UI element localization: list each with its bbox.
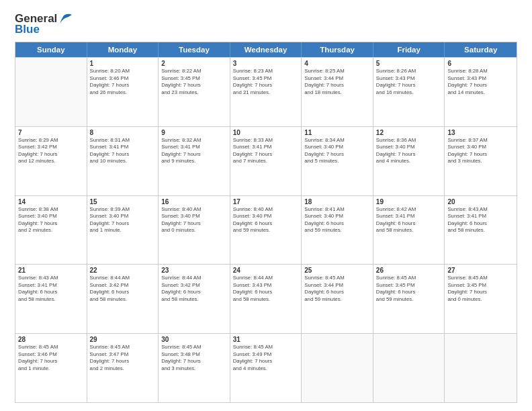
- day-number: 24: [233, 267, 299, 274]
- calendar-cell-14: 14Sunrise: 8:38 AM Sunset: 3:40 PM Dayli…: [15, 196, 87, 265]
- day-number: 23: [161, 267, 227, 274]
- calendar-row-3: 21Sunrise: 8:43 AM Sunset: 3:41 PM Dayli…: [15, 264, 517, 333]
- weekday-header-saturday: Saturday: [445, 42, 517, 57]
- cell-info: Sunrise: 8:31 AM Sunset: 3:41 PM Dayligh…: [90, 137, 156, 165]
- cell-info: Sunrise: 8:26 AM Sunset: 3:43 PM Dayligh…: [376, 68, 442, 96]
- cell-info: Sunrise: 8:45 AM Sunset: 3:47 PM Dayligh…: [90, 344, 156, 372]
- day-number: 16: [161, 198, 227, 205]
- page: General Blue SundayMondayTuesdayWednesda…: [0, 0, 532, 411]
- day-number: 5: [376, 60, 442, 67]
- day-number: 7: [18, 129, 84, 136]
- day-number: 20: [447, 198, 514, 205]
- logo-bird-icon: [58, 13, 73, 25]
- cell-info: Sunrise: 8:43 AM Sunset: 3:41 PM Dayligh…: [447, 206, 514, 234]
- calendar-row-2: 14Sunrise: 8:38 AM Sunset: 3:40 PM Dayli…: [15, 195, 517, 265]
- calendar-cell-30: 30Sunrise: 8:45 AM Sunset: 3:48 PM Dayli…: [159, 334, 230, 402]
- cell-info: Sunrise: 8:20 AM Sunset: 3:46 PM Dayligh…: [90, 68, 156, 96]
- calendar-cell-empty-4-5: [373, 334, 445, 402]
- day-number: 2: [161, 60, 227, 67]
- calendar-row-4: 28Sunrise: 8:45 AM Sunset: 3:46 PM Dayli…: [15, 333, 517, 402]
- cell-info: Sunrise: 8:28 AM Sunset: 3:43 PM Dayligh…: [447, 68, 514, 96]
- weekday-header-tuesday: Tuesday: [159, 42, 230, 57]
- calendar-cell-7: 7Sunrise: 8:29 AM Sunset: 3:42 PM Daylig…: [15, 127, 87, 195]
- cell-info: Sunrise: 8:40 AM Sunset: 3:40 PM Dayligh…: [233, 206, 299, 234]
- calendar-cell-13: 13Sunrise: 8:37 AM Sunset: 3:40 PM Dayli…: [445, 127, 517, 195]
- day-number: 14: [18, 198, 84, 205]
- cell-info: Sunrise: 8:40 AM Sunset: 3:40 PM Dayligh…: [161, 206, 227, 234]
- day-number: 18: [304, 198, 370, 205]
- calendar-cell-17: 17Sunrise: 8:40 AM Sunset: 3:40 PM Dayli…: [230, 196, 302, 265]
- header: General Blue: [15, 12, 517, 36]
- logo: General Blue: [15, 12, 73, 36]
- day-number: 4: [304, 60, 370, 67]
- calendar-cell-9: 9Sunrise: 8:32 AM Sunset: 3:41 PM Daylig…: [159, 127, 230, 195]
- day-number: 3: [233, 60, 299, 67]
- cell-info: Sunrise: 8:41 AM Sunset: 3:40 PM Dayligh…: [304, 206, 370, 234]
- calendar-cell-empty-4-6: [445, 334, 517, 402]
- calendar-cell-16: 16Sunrise: 8:40 AM Sunset: 3:40 PM Dayli…: [159, 196, 230, 265]
- calendar-cell-3: 3Sunrise: 8:23 AM Sunset: 3:45 PM Daylig…: [230, 58, 302, 126]
- cell-info: Sunrise: 8:36 AM Sunset: 3:40 PM Dayligh…: [376, 137, 442, 165]
- day-number: 15: [90, 198, 156, 205]
- calendar-header: SundayMondayTuesdayWednesdayThursdayFrid…: [15, 42, 517, 57]
- cell-info: Sunrise: 8:45 AM Sunset: 3:45 PM Dayligh…: [376, 275, 442, 303]
- day-number: 29: [90, 336, 156, 343]
- calendar-cell-29: 29Sunrise: 8:45 AM Sunset: 3:47 PM Dayli…: [87, 334, 159, 402]
- weekday-header-monday: Monday: [87, 42, 159, 57]
- day-number: 6: [447, 60, 514, 67]
- day-number: 9: [161, 129, 227, 136]
- cell-info: Sunrise: 8:43 AM Sunset: 3:41 PM Dayligh…: [18, 275, 84, 303]
- calendar-cell-25: 25Sunrise: 8:45 AM Sunset: 3:44 PM Dayli…: [302, 265, 373, 333]
- day-number: 10: [233, 129, 299, 136]
- cell-info: Sunrise: 8:45 AM Sunset: 3:45 PM Dayligh…: [447, 275, 514, 303]
- calendar-cell-23: 23Sunrise: 8:44 AM Sunset: 3:42 PM Dayli…: [159, 265, 230, 333]
- cell-info: Sunrise: 8:34 AM Sunset: 3:40 PM Dayligh…: [304, 137, 370, 165]
- day-number: 21: [18, 267, 84, 274]
- cell-info: Sunrise: 8:44 AM Sunset: 3:43 PM Dayligh…: [233, 275, 299, 303]
- calendar-body: 1Sunrise: 8:20 AM Sunset: 3:46 PM Daylig…: [15, 57, 517, 402]
- day-number: 28: [18, 336, 84, 343]
- cell-info: Sunrise: 8:45 AM Sunset: 3:48 PM Dayligh…: [161, 344, 227, 372]
- cell-info: Sunrise: 8:25 AM Sunset: 3:44 PM Dayligh…: [304, 68, 370, 96]
- day-number: 31: [233, 336, 299, 343]
- cell-info: Sunrise: 8:33 AM Sunset: 3:41 PM Dayligh…: [233, 137, 299, 165]
- calendar-cell-8: 8Sunrise: 8:31 AM Sunset: 3:41 PM Daylig…: [87, 127, 159, 195]
- cell-info: Sunrise: 8:39 AM Sunset: 3:40 PM Dayligh…: [90, 206, 156, 234]
- calendar-row-1: 7Sunrise: 8:29 AM Sunset: 3:42 PM Daylig…: [15, 126, 517, 195]
- cell-info: Sunrise: 8:38 AM Sunset: 3:40 PM Dayligh…: [18, 206, 84, 234]
- day-number: 22: [90, 267, 156, 274]
- cell-info: Sunrise: 8:32 AM Sunset: 3:41 PM Dayligh…: [161, 137, 227, 165]
- calendar-cell-12: 12Sunrise: 8:36 AM Sunset: 3:40 PM Dayli…: [373, 127, 445, 195]
- calendar-cell-24: 24Sunrise: 8:44 AM Sunset: 3:43 PM Dayli…: [230, 265, 302, 333]
- calendar-cell-1: 1Sunrise: 8:20 AM Sunset: 3:46 PM Daylig…: [87, 58, 159, 126]
- calendar-cell-20: 20Sunrise: 8:43 AM Sunset: 3:41 PM Dayli…: [445, 196, 517, 265]
- calendar-cell-26: 26Sunrise: 8:45 AM Sunset: 3:45 PM Dayli…: [373, 265, 445, 333]
- day-number: 12: [376, 129, 442, 136]
- calendar-cell-5: 5Sunrise: 8:26 AM Sunset: 3:43 PM Daylig…: [373, 58, 445, 126]
- calendar-cell-18: 18Sunrise: 8:41 AM Sunset: 3:40 PM Dayli…: [302, 196, 373, 265]
- cell-info: Sunrise: 8:45 AM Sunset: 3:44 PM Dayligh…: [304, 275, 370, 303]
- cell-info: Sunrise: 8:45 AM Sunset: 3:49 PM Dayligh…: [233, 344, 299, 372]
- calendar-cell-2: 2Sunrise: 8:22 AM Sunset: 3:45 PM Daylig…: [159, 58, 230, 126]
- day-number: 13: [447, 129, 514, 136]
- cell-info: Sunrise: 8:37 AM Sunset: 3:40 PM Dayligh…: [447, 137, 514, 165]
- weekday-header-wednesday: Wednesday: [230, 42, 302, 57]
- day-number: 26: [376, 267, 442, 274]
- calendar-cell-28: 28Sunrise: 8:45 AM Sunset: 3:46 PM Dayli…: [15, 334, 87, 402]
- calendar-row-0: 1Sunrise: 8:20 AM Sunset: 3:46 PM Daylig…: [15, 57, 517, 126]
- day-number: 8: [90, 129, 156, 136]
- calendar-cell-31: 31Sunrise: 8:45 AM Sunset: 3:49 PM Dayli…: [230, 334, 302, 402]
- day-number: 19: [376, 198, 442, 205]
- logo-blue: Blue: [15, 23, 40, 36]
- weekday-header-sunday: Sunday: [15, 42, 87, 57]
- calendar-cell-19: 19Sunrise: 8:42 AM Sunset: 3:41 PM Dayli…: [373, 196, 445, 265]
- cell-info: Sunrise: 8:23 AM Sunset: 3:45 PM Dayligh…: [233, 68, 299, 96]
- day-number: 25: [304, 267, 370, 274]
- day-number: 1: [90, 60, 156, 67]
- cell-info: Sunrise: 8:44 AM Sunset: 3:42 PM Dayligh…: [90, 275, 156, 303]
- calendar-cell-27: 27Sunrise: 8:45 AM Sunset: 3:45 PM Dayli…: [445, 265, 517, 333]
- calendar-cell-4: 4Sunrise: 8:25 AM Sunset: 3:44 PM Daylig…: [302, 58, 373, 126]
- day-number: 17: [233, 198, 299, 205]
- weekday-header-friday: Friday: [373, 42, 445, 57]
- calendar-cell-10: 10Sunrise: 8:33 AM Sunset: 3:41 PM Dayli…: [230, 127, 302, 195]
